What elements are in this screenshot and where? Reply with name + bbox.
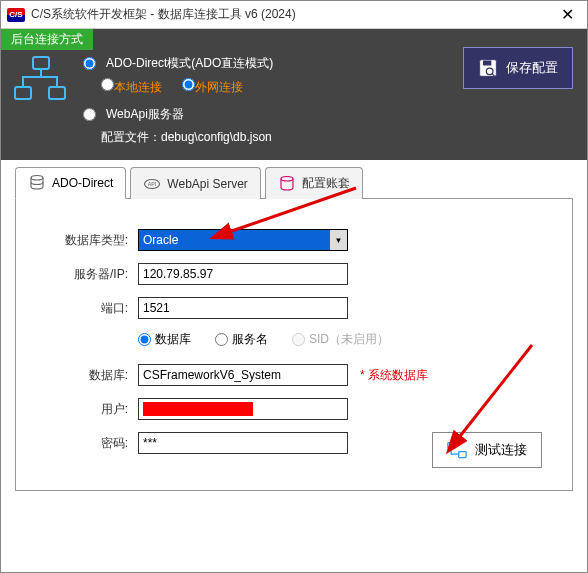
test-connection-label: 测试连接	[475, 441, 527, 459]
db-radio-label: 数据库	[155, 331, 191, 348]
api-icon: API	[143, 175, 161, 193]
accounts-icon	[278, 175, 296, 193]
svg-text:API: API	[148, 181, 156, 187]
user-label: 用户:	[46, 401, 128, 418]
webapi-mode-radio[interactable]: WebApi服务器	[83, 106, 575, 123]
tab-accounts-label: 配置账套	[302, 175, 350, 192]
db-type-dropdown[interactable]: Oracle ▼	[138, 229, 348, 251]
database-label: 数据库:	[46, 367, 128, 384]
port-input[interactable]	[138, 297, 348, 319]
save-config-label: 保存配置	[506, 59, 558, 77]
tabs: ADO-Direct API WebApi Server 配置账套	[15, 166, 573, 199]
database-input[interactable]	[138, 364, 348, 386]
svg-rect-11	[448, 443, 456, 449]
ado-direct-mode-label: ADO-Direct模式(ADO直连模式)	[106, 55, 273, 72]
db-type-value: Oracle	[143, 233, 178, 247]
external-conn-radio[interactable]: 外网连接	[182, 78, 243, 96]
tab-accounts[interactable]: 配置账套	[265, 167, 363, 199]
password-label: 密码:	[46, 435, 128, 452]
user-redacted	[143, 402, 253, 416]
window-title: C/S系统软件开发框架 - 数据库连接工具 v6 (2024)	[31, 6, 547, 23]
test-icon	[447, 441, 467, 459]
test-connection-button[interactable]: 测试连接	[432, 432, 542, 468]
save-config-button[interactable]: 保存配置	[463, 47, 573, 89]
title-bar: C/S C/S系统软件开发框架 - 数据库连接工具 v6 (2024) ✕	[1, 1, 587, 29]
config-file-line: 配置文件：debug\config\db.json	[101, 129, 575, 146]
external-conn-label: 外网连接	[195, 80, 243, 94]
db-type-label: 数据库类型:	[46, 232, 128, 249]
tab-ado-label: ADO-Direct	[52, 176, 113, 190]
server-label: 服务器/IP:	[46, 266, 128, 283]
webapi-mode-label: WebApi服务器	[106, 106, 184, 123]
form-panel: 数据库类型: Oracle ▼ 服务器/IP: 端口: 数据库 服务名 SID（…	[15, 199, 573, 491]
sid-radio: SID（未启用）	[292, 331, 389, 348]
db-radio[interactable]: 数据库	[138, 331, 191, 348]
chevron-down-icon: ▼	[330, 229, 348, 251]
service-radio[interactable]: 服务名	[215, 331, 268, 348]
connection-mode-bar: 后台连接方式 ADO-Direct模式(ADO直连模式) 本地连接 外网连接 W…	[1, 29, 587, 160]
app-icon: C/S	[7, 8, 25, 22]
svg-line-14	[457, 345, 532, 440]
svg-rect-4	[483, 61, 491, 66]
connection-mode-label: 后台连接方式	[1, 29, 93, 50]
server-input[interactable]	[138, 263, 348, 285]
close-button[interactable]: ✕	[547, 1, 587, 29]
svg-rect-12	[459, 452, 467, 458]
service-radio-label: 服务名	[232, 331, 268, 348]
svg-rect-0	[33, 57, 49, 69]
tab-webapi-label: WebApi Server	[167, 177, 247, 191]
svg-rect-1	[15, 87, 31, 99]
local-conn-radio[interactable]: 本地连接	[101, 78, 162, 96]
save-icon	[478, 58, 498, 78]
local-conn-label: 本地连接	[114, 80, 162, 94]
database-note: * 系统数据库	[360, 367, 428, 384]
tab-webapi[interactable]: API WebApi Server	[130, 167, 260, 199]
tab-ado-direct[interactable]: ADO-Direct	[15, 167, 126, 199]
password-input[interactable]	[138, 432, 348, 454]
svg-rect-2	[49, 87, 65, 99]
port-label: 端口:	[46, 300, 128, 317]
user-input[interactable]	[138, 398, 348, 420]
database-icon	[28, 174, 46, 192]
svg-point-7	[31, 176, 43, 181]
sid-radio-label: SID（未启用）	[309, 331, 389, 348]
network-icon	[13, 55, 67, 105]
svg-point-10	[281, 176, 293, 181]
